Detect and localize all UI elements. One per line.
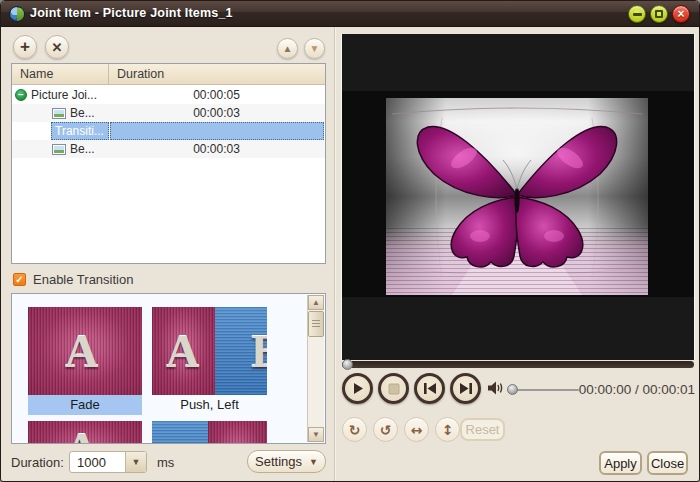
picture-icon xyxy=(52,144,66,155)
transition-item[interactable]: A xyxy=(28,421,142,444)
enable-transition-label: Enable Transition xyxy=(33,272,133,287)
row-duration: 00:00:03 xyxy=(108,142,325,156)
flip-horizontal-icon: ↔ xyxy=(411,422,423,438)
stop-button[interactable] xyxy=(378,373,409,404)
check-icon: ✓ xyxy=(15,274,23,285)
maximize-button[interactable] xyxy=(650,5,668,23)
column-header-name[interactable]: Name xyxy=(20,67,53,81)
video-preview[interactable] xyxy=(341,34,695,360)
maximize-icon xyxy=(655,10,663,18)
remove-item-button[interactable]: ✕ xyxy=(45,35,69,59)
apply-button[interactable]: Apply xyxy=(599,451,642,475)
thumb-letter: A xyxy=(65,423,98,444)
stop-icon xyxy=(388,383,400,395)
rotate-cw-icon: ↻ xyxy=(349,422,361,438)
transition-item-push-left[interactable]: A B xyxy=(152,307,267,395)
thumb-letter: A xyxy=(166,325,199,378)
row-name: Be... xyxy=(70,106,95,120)
close-window-button[interactable]: × xyxy=(672,5,690,23)
plus-icon: + xyxy=(20,37,30,57)
next-frame-button[interactable] xyxy=(450,373,481,404)
items-table: Name Duration − Picture Joi... 00:00:05 … xyxy=(11,63,326,264)
settings-label: Settings xyxy=(255,454,302,469)
collapse-icon[interactable]: − xyxy=(15,89,27,101)
play-button[interactable] xyxy=(342,373,373,404)
app-icon xyxy=(9,6,25,22)
duration-label: Duration: xyxy=(11,455,64,470)
flip-vertical-icon: ↕ xyxy=(442,422,454,438)
rotate-clockwise-button[interactable]: ↻ xyxy=(342,417,367,442)
chevron-down-icon: ▼ xyxy=(309,457,318,467)
scroll-down-button[interactable]: ▼ xyxy=(308,427,324,442)
volume-icon[interactable] xyxy=(487,380,505,396)
window-title: Joint Item - Picture Joint Items_1 xyxy=(30,6,233,20)
reset-button[interactable]: Reset xyxy=(460,418,505,441)
table-row[interactable]: Be... 00:00:03 xyxy=(12,104,325,122)
butterfly-frame-image xyxy=(386,98,648,295)
chevron-down-icon: ▼ xyxy=(132,457,141,467)
table-row[interactable]: − Picture Joi... 00:00:05 xyxy=(12,86,325,104)
flip-vertical-button[interactable]: ↕ xyxy=(435,417,460,442)
time-display: 00:00:00 / 00:00:01 xyxy=(561,382,695,397)
push-left-incoming: B xyxy=(215,307,267,395)
play-icon xyxy=(351,382,364,395)
push-left-outgoing: A xyxy=(152,307,215,395)
title-bar[interactable]: Joint Item - Picture Joint Items_1 × xyxy=(1,1,700,27)
gallery-scrollbar[interactable]: ▲ ▼ xyxy=(307,295,324,442)
scroll-up-icon: ▲ xyxy=(312,298,320,307)
push-right-incoming xyxy=(152,421,208,444)
column-divider[interactable] xyxy=(108,64,109,85)
previous-frame-icon xyxy=(423,382,437,395)
move-down-button[interactable]: ▼ xyxy=(304,38,325,59)
picture-icon xyxy=(52,108,66,119)
row-name: Be... xyxy=(70,142,95,156)
delete-icon: ✕ xyxy=(52,40,63,55)
table-header[interactable]: Name Duration xyxy=(12,64,325,85)
joint-item-dialog: Joint Item - Picture Joint Items_1 × + ✕… xyxy=(0,0,700,482)
seek-slider-thumb[interactable] xyxy=(342,359,353,370)
arrow-up-icon: ▲ xyxy=(283,43,293,54)
scroll-down-icon: ▼ xyxy=(312,430,320,439)
combo-dropdown-button[interactable]: ▼ xyxy=(125,452,146,472)
enable-transition-checkbox[interactable]: ✓ xyxy=(13,273,26,286)
close-icon: × xyxy=(677,8,684,20)
row-duration: 00:00:03 xyxy=(108,106,325,120)
column-header-duration[interactable]: Duration xyxy=(117,67,164,81)
rotate-counterclockwise-button[interactable]: ↺ xyxy=(373,417,398,442)
table-row[interactable]: Be... 00:00:03 xyxy=(12,140,325,158)
move-up-button[interactable]: ▲ xyxy=(277,38,298,59)
selected-duration-cell[interactable] xyxy=(110,122,324,140)
transition-label-fade[interactable]: Fade xyxy=(28,395,142,415)
row-name: Transiti... xyxy=(55,124,104,138)
transition-item-fade[interactable]: A xyxy=(28,307,142,395)
thumb-letter: A xyxy=(65,325,98,378)
selected-name-cell[interactable]: Transiti... xyxy=(51,122,109,140)
scrollbar-thumb[interactable] xyxy=(308,311,324,337)
transition-gallery: A Fade A B Push, Left A ▲ ▼ xyxy=(11,293,326,444)
flip-horizontal-button[interactable]: ↔ xyxy=(404,417,429,442)
thumb-letter: B xyxy=(251,325,267,378)
transition-item[interactable] xyxy=(152,421,267,444)
previous-frame-button[interactable] xyxy=(414,373,445,404)
arrow-down-icon: ▼ xyxy=(310,43,320,54)
add-item-button[interactable]: + xyxy=(13,35,37,59)
close-button[interactable]: Close xyxy=(647,451,688,475)
row-name: Picture Joi... xyxy=(31,88,97,102)
duration-combobox[interactable]: 1000 ▼ xyxy=(69,451,147,473)
minimize-icon xyxy=(633,13,642,16)
duration-unit-label: ms xyxy=(157,455,174,470)
minimize-button[interactable] xyxy=(628,5,646,23)
table-row-selected[interactable]: Transiti... xyxy=(12,122,325,140)
settings-button[interactable]: Settings ▼ xyxy=(247,450,326,473)
panel-divider xyxy=(334,27,335,482)
row-duration: 00:00:05 xyxy=(108,88,325,102)
duration-value: 1000 xyxy=(77,455,106,470)
scroll-up-button[interactable]: ▲ xyxy=(308,295,324,310)
enable-transition-row: ✓ Enable Transition xyxy=(13,271,133,287)
rotate-ccw-icon: ↺ xyxy=(380,422,392,438)
volume-slider-thumb[interactable] xyxy=(507,384,518,395)
transition-label-push-left[interactable]: Push, Left xyxy=(152,395,267,415)
push-right-outgoing xyxy=(208,421,267,444)
next-frame-icon xyxy=(459,382,473,395)
seek-slider[interactable] xyxy=(342,361,694,368)
